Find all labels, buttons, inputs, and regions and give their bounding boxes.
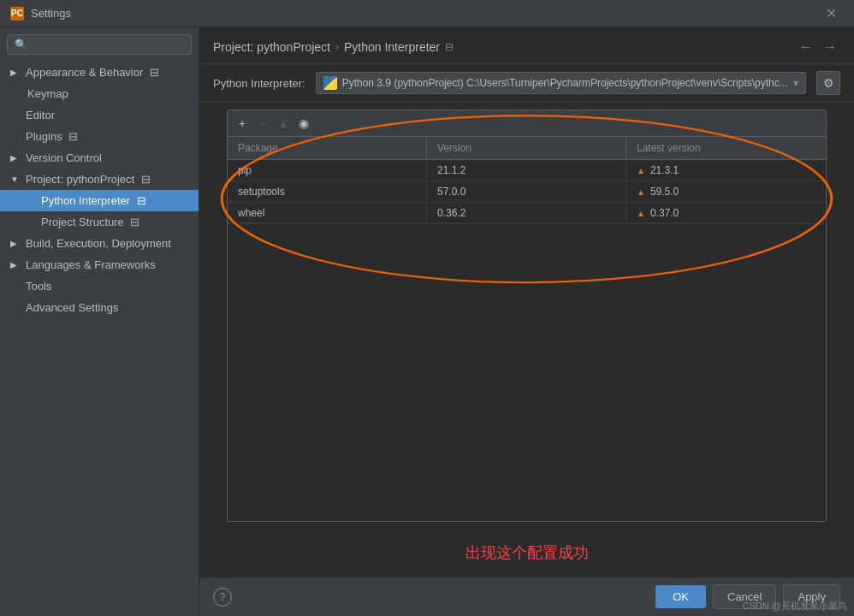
nav-arrows: ← → [796, 38, 840, 56]
package-version: 21.1.2 [427, 160, 626, 181]
sidebar-item-appearance[interactable]: ▶ Appearance & Behavior ⊟ [0, 62, 199, 83]
col-latest: Latest version [626, 137, 826, 159]
arrow-icon [10, 281, 21, 291]
table-row[interactable]: pip 21.1.2 ▲ 21.3.1 [228, 160, 826, 181]
arrow-icon: ▶ [10, 68, 21, 77]
back-button[interactable]: ← [796, 38, 816, 56]
table-row[interactable]: setuptools 57.0.0 ▲ 59.5.0 [228, 181, 826, 203]
content-area: Project: pythonProject › Python Interpre… [199, 27, 854, 616]
sidebar-item-icon: ⊟ [129, 216, 141, 228]
upgrade-arrow-icon: ▲ [637, 209, 645, 218]
python-icon [323, 76, 337, 90]
arrow-icon: ▶ [10, 260, 21, 270]
sidebar-item-project-structure[interactable]: Project Structure ⊟ [0, 211, 199, 233]
col-version: Version [427, 137, 626, 159]
package-name: wheel [228, 203, 427, 223]
upgrade-arrow-icon: ▲ [637, 166, 645, 175]
title-text: Settings [31, 7, 819, 20]
chevron-down-icon: ▾ [793, 77, 798, 89]
sidebar-item-languages[interactable]: ▶ Languages & Frameworks [0, 254, 199, 275]
col-package: Package [228, 137, 427, 159]
package-name: setuptools [228, 181, 427, 202]
sidebar-item-label: Plugins [26, 130, 62, 143]
sidebar-item-editor[interactable]: Editor [0, 104, 199, 126]
sidebar-item-label: Keymap [27, 87, 68, 100]
breadcrumb-current: Python Interpreter [344, 40, 440, 54]
interpreter-row: Python Interpreter: Python 3.9 (pythonPr… [199, 64, 854, 103]
arrow-icon: ▶ [10, 239, 21, 248]
package-latest: ▲ 21.3.1 [626, 160, 826, 181]
sidebar-item-label: Editor [26, 109, 55, 121]
sidebar-item-label: Languages & Frameworks [26, 258, 156, 271]
sidebar-item-project[interactable]: ▼ Project: pythonProject ⊟ [0, 169, 199, 190]
interpreter-select[interactable]: Python 3.9 (pythonProject) C:\Users\Turn… [316, 72, 806, 94]
sidebar-item-label: Python Interpreter [41, 194, 130, 207]
package-table: + − ▲ ◉ Package Version Latest version p… [227, 110, 827, 522]
sidebar-item-icon: ⊟ [135, 195, 147, 207]
tab-icon: ⊟ [445, 41, 454, 53]
table-row[interactable]: wheel 0.36.2 ▲ 0.37.0 [228, 203, 826, 224]
search-input[interactable] [7, 34, 192, 55]
sidebar-item-build[interactable]: ▶ Build, Execution, Deployment [0, 233, 199, 254]
sidebar-item-label: Project: pythonProject [26, 173, 134, 186]
arrow-icon [10, 303, 21, 312]
ok-button[interactable]: OK [655, 585, 706, 608]
arrow-icon [10, 110, 21, 120]
sidebar-item-tools[interactable]: Tools [0, 275, 199, 297]
upgrade-package-button[interactable]: ▲ [274, 114, 293, 133]
sidebar-item-advanced[interactable]: Advanced Settings [0, 297, 199, 318]
sidebar: ▶ Appearance & Behavior ⊟ Keymap Editor … [0, 27, 199, 616]
package-latest: ▲ 0.37.0 [626, 203, 826, 223]
sidebar-item-label: Project Structure [41, 216, 124, 228]
main-layout: ▶ Appearance & Behavior ⊟ Keymap Editor … [0, 27, 854, 616]
interpreter-label: Python Interpreter: [213, 77, 305, 90]
sidebar-item-icon: ⊟ [68, 131, 80, 143]
interpreter-select-text: Python 3.9 (pythonProject) C:\Users\Turn… [342, 77, 788, 89]
sidebar-item-version-control[interactable]: ▶ Version Control [0, 147, 199, 169]
title-bar: PC Settings ✕ [0, 0, 854, 27]
sidebar-item-icon: ⊟ [148, 67, 160, 79]
package-name: pip [228, 160, 427, 181]
add-package-button[interactable]: + [233, 114, 252, 133]
arrow-icon: ▶ [10, 153, 21, 163]
sidebar-item-label: Tools [26, 280, 51, 293]
table-header: Package Version Latest version [228, 137, 826, 160]
upgrade-arrow-icon: ▲ [637, 187, 645, 197]
forward-button[interactable]: → [820, 38, 840, 56]
watermark: CSDN @开机发呆小菜鸟 [743, 600, 847, 613]
sidebar-item-python-interpreter[interactable]: Python Interpreter ⊟ [0, 190, 199, 211]
arrow-icon: ▼ [10, 175, 21, 184]
refresh-button[interactable]: ◉ [294, 114, 313, 133]
sidebar-item-label: Build, Execution, Deployment [26, 237, 171, 250]
sidebar-item-keymap[interactable]: Keymap [0, 83, 199, 104]
sidebar-item-icon: ⊟ [139, 174, 151, 186]
remove-package-button[interactable]: − [253, 114, 272, 133]
app-icon: PC [10, 7, 24, 21]
table-body: pip 21.1.2 ▲ 21.3.1 setuptools 57.0.0 ▲ [228, 160, 826, 521]
sidebar-item-label: Advanced Settings [26, 301, 118, 314]
table-toolbar: + − ▲ ◉ [228, 110, 826, 137]
package-version: 0.36.2 [427, 203, 626, 223]
arrow-icon [10, 132, 21, 141]
package-latest: ▲ 59.5.0 [626, 181, 826, 202]
breadcrumb-project: Project: pythonProject [213, 40, 330, 54]
breadcrumb-separator: › [335, 41, 339, 53]
help-button[interactable]: ? [213, 588, 232, 607]
sidebar-item-label: Version Control [26, 151, 102, 164]
sidebar-item-label: Appearance & Behavior [26, 66, 143, 79]
interpreter-settings-button[interactable]: ⚙ [816, 71, 840, 95]
bottom-left: ? [213, 588, 232, 607]
annotation-text: 出现这个配置成功 [213, 529, 840, 570]
package-version: 57.0.0 [427, 181, 626, 202]
sidebar-item-plugins[interactable]: Plugins ⊟ [0, 126, 199, 147]
content-header: Project: pythonProject › Python Interpre… [199, 27, 854, 64]
close-button[interactable]: ✕ [819, 2, 844, 25]
